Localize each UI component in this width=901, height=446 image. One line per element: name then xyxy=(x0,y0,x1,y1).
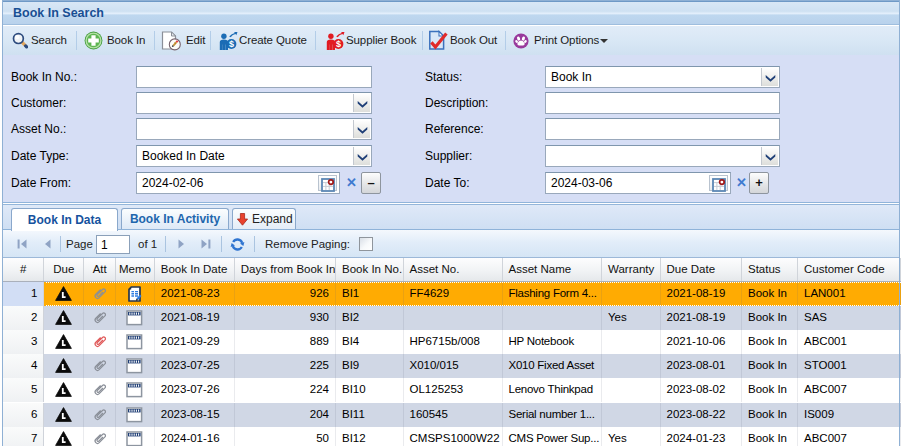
svg-text:$: $ xyxy=(229,39,234,49)
svg-text:$: $ xyxy=(336,39,341,49)
